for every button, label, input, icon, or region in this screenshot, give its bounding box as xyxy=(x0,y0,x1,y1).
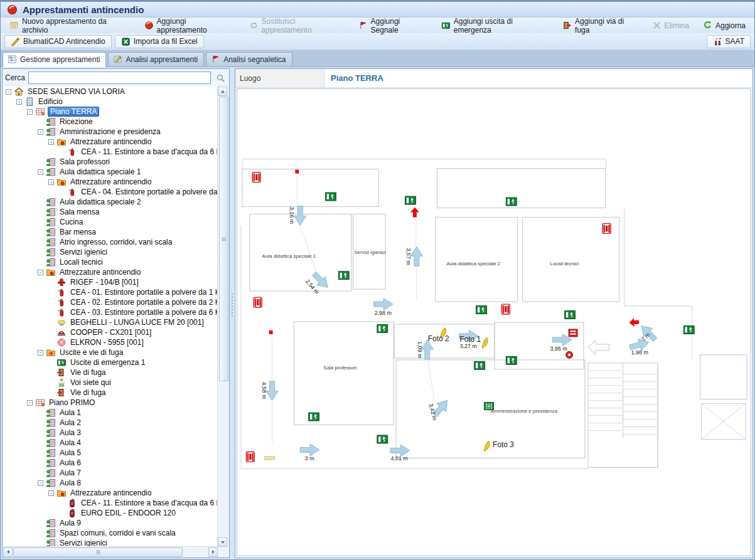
tree-item[interactable]: -Aula didattica speciale 1 xyxy=(3,167,218,177)
tree-collapse-icon[interactable]: - xyxy=(48,139,54,145)
tree-item[interactable]: -Amministrazione e presidenza xyxy=(3,127,218,137)
tree-item[interactable]: BEGHELLI - LUNGA LUCE FM 20 [001] xyxy=(3,317,218,327)
tree-collapse-icon[interactable]: - xyxy=(16,99,22,105)
tree-item[interactable]: Aula 6 xyxy=(3,458,218,468)
tree-item[interactable]: EURO EDIL - ENDOOR 120 xyxy=(3,508,218,518)
importa-da-fil-excel-button[interactable]: Importa da fil Excel xyxy=(115,35,204,48)
tree-collapse-icon[interactable]: - xyxy=(6,89,11,95)
tree-vertical-scrollbar[interactable] xyxy=(217,87,228,547)
tree-item[interactable]: Aula 5 xyxy=(3,448,218,458)
tree-item[interactable]: Aula 4 xyxy=(3,438,218,448)
tree-item[interactable]: -Attrezzature antincendio xyxy=(3,267,218,277)
tab-analisi-segnaletica[interactable]: Analisi segnaletica xyxy=(206,52,292,66)
tree-item[interactable]: CEA - 11. Estintore a base d'acqua da 6 … xyxy=(3,498,218,508)
tree-item[interactable]: -Piano PRIMO xyxy=(3,398,218,408)
tree-item[interactable]: Bar mensa xyxy=(3,227,218,237)
plan-yellowdash-icon[interactable] xyxy=(265,457,275,460)
plan-exit-icon[interactable] xyxy=(476,306,487,314)
tree-collapse-icon[interactable]: - xyxy=(38,169,43,175)
aggiungi-apprestamento-button[interactable]: Aggiungi apprestamento xyxy=(139,16,240,36)
plan-siren-icon[interactable] xyxy=(566,351,573,358)
plan-firesign-icon[interactable] xyxy=(569,329,577,337)
tree-item[interactable]: Aula 7 xyxy=(3,468,218,478)
tree-item[interactable]: Aula 1 xyxy=(3,408,218,418)
tree-item[interactable]: Vie di fuga xyxy=(3,367,218,378)
scroll-up-icon[interactable] xyxy=(218,87,227,96)
tree-item[interactable]: CEA - 01. Estintore portatile a polvere … xyxy=(3,287,218,297)
plan-exit-icon[interactable] xyxy=(506,356,517,364)
sostituisci-apprestamento-button[interactable]: Sostituisci apprestamento xyxy=(244,16,350,36)
tree-item[interactable]: Vie di fuga xyxy=(3,388,218,398)
tree-item[interactable]: Servizi igienici xyxy=(3,247,218,257)
plan-extinguisher-icon[interactable] xyxy=(252,172,260,182)
tree-item[interactable]: Ricezione xyxy=(3,117,218,127)
tree-item[interactable]: Spazi comuni, corridoi e vani scala xyxy=(3,528,218,538)
tree-collapse-icon[interactable]: - xyxy=(38,350,43,356)
saat-button[interactable]: SAAT xyxy=(707,35,751,48)
tree-item[interactable]: RIGEF - 104/B [001] xyxy=(3,277,218,287)
tree-item[interactable]: Cucina xyxy=(3,217,218,227)
plan-exit-icon[interactable] xyxy=(565,311,576,319)
tree-item[interactable]: -Uscite e vie di fuga xyxy=(3,347,218,357)
tree-item[interactable]: -Aula 8 xyxy=(3,478,218,488)
plan-assembly-icon[interactable] xyxy=(485,403,494,410)
plan-exit-icon[interactable] xyxy=(474,361,485,369)
search-input[interactable] xyxy=(28,71,211,84)
tree-collapse-icon[interactable]: - xyxy=(38,270,43,275)
plan-redsquare-icon[interactable] xyxy=(295,170,299,174)
tree-item[interactable]: Servizi igienici xyxy=(3,538,218,547)
tree-item[interactable]: Aula 3 xyxy=(3,428,218,438)
tree-item[interactable]: Uscite di emergenza 1 xyxy=(3,357,218,367)
scroll-right-icon[interactable] xyxy=(208,547,218,557)
tree-horizontal-scrollbar[interactable] xyxy=(3,546,218,557)
tree-item[interactable]: COOPER - CX201 [001] xyxy=(3,327,218,337)
plan-exit-icon[interactable] xyxy=(683,325,694,334)
plan-redsquare-icon[interactable] xyxy=(269,330,273,334)
aggiungi-segnale-button[interactable]: Aggiungi Segnale xyxy=(353,16,432,36)
tree-item[interactable]: Sala mensa xyxy=(3,207,218,217)
plan-exit-icon[interactable] xyxy=(325,193,336,201)
tree-item[interactable]: Voi siete qui xyxy=(3,378,218,388)
tree-item[interactable]: Aula 9 xyxy=(3,518,218,528)
plan-exit-icon[interactable] xyxy=(377,324,388,332)
tree-item[interactable]: Aula 2 xyxy=(3,418,218,428)
search-icon[interactable] xyxy=(214,71,227,84)
plan-exit-icon[interactable] xyxy=(377,435,388,443)
tree-item[interactable]: Sala professori xyxy=(3,157,218,167)
tree-collapse-icon[interactable]: - xyxy=(38,480,43,486)
tree-item[interactable]: -Attrezzature antincendio xyxy=(3,177,218,187)
plan-extinguisher-icon[interactable] xyxy=(246,452,254,462)
scroll-down-icon[interactable] xyxy=(218,537,227,547)
tab-analisi-apprestamenti[interactable]: Analisi apprestamenti xyxy=(108,52,204,66)
plan-exit-icon[interactable] xyxy=(506,198,517,206)
tree-item[interactable]: CEA - 02. Estintore portatile a polvere … xyxy=(3,297,218,307)
plan-exit-icon[interactable] xyxy=(338,272,349,280)
vertical-scroll-thumb[interactable] xyxy=(219,97,228,381)
elimina-button[interactable]: Elimina xyxy=(647,19,694,31)
tree-item[interactable]: -SEDE SALERNO VIA LORIA xyxy=(3,87,218,97)
horizontal-scroll-thumb[interactable] xyxy=(13,547,183,557)
tree-item[interactable]: Locali tecnici xyxy=(3,257,218,267)
tree-item[interactable]: -Edificio xyxy=(3,97,218,107)
tree-collapse-icon[interactable]: - xyxy=(38,129,43,135)
tree-item[interactable]: Aula didattica speciale 2 xyxy=(3,197,218,207)
tree-item[interactable]: -Attrezzature antincendio xyxy=(3,488,218,498)
nuovo-apprestamento-da-archivio-button[interactable]: Nuovo apprestamento da archivio xyxy=(4,16,136,36)
blumaticad-antincendio-button[interactable]: BlumatiCAD Antincendio xyxy=(4,35,112,48)
tree-collapse-icon[interactable]: - xyxy=(27,400,33,406)
tree-item[interactable]: CEA - 03. Estintore portatile a polvere … xyxy=(3,307,218,317)
tree-collapse-icon[interactable]: - xyxy=(48,179,54,185)
plan-exit-icon[interactable] xyxy=(405,196,416,204)
tree-item[interactable]: -Piano TERRA xyxy=(3,107,218,117)
aggiungi-uscita-di-emergenza-button[interactable]: Aggiungi uscita di emergenza xyxy=(436,16,554,36)
scroll-left-icon[interactable] xyxy=(3,547,13,557)
tree-collapse-icon[interactable]: - xyxy=(48,490,54,496)
tab-gestione-apprestamenti[interactable]: Gestione apprestamenti xyxy=(3,52,106,67)
aggiungi-via-di-fuga-button[interactable]: Aggiungi via di fuga xyxy=(557,16,643,36)
tree-item[interactable]: Atrio ingresso, corridoi, vani scala xyxy=(3,237,218,247)
tree-item[interactable]: -Attrezzature antincendio xyxy=(3,137,218,147)
tree-item[interactable]: CEA - 04. Estintore portatile a polvere … xyxy=(3,187,218,197)
tree-item[interactable]: ELKRON - 5955 [001] xyxy=(3,337,218,347)
tree-item[interactable]: CEA - 11. Estintore a base d'acqua da 6 … xyxy=(3,147,218,157)
aggiorna-button[interactable]: Aggiorna xyxy=(698,19,751,31)
